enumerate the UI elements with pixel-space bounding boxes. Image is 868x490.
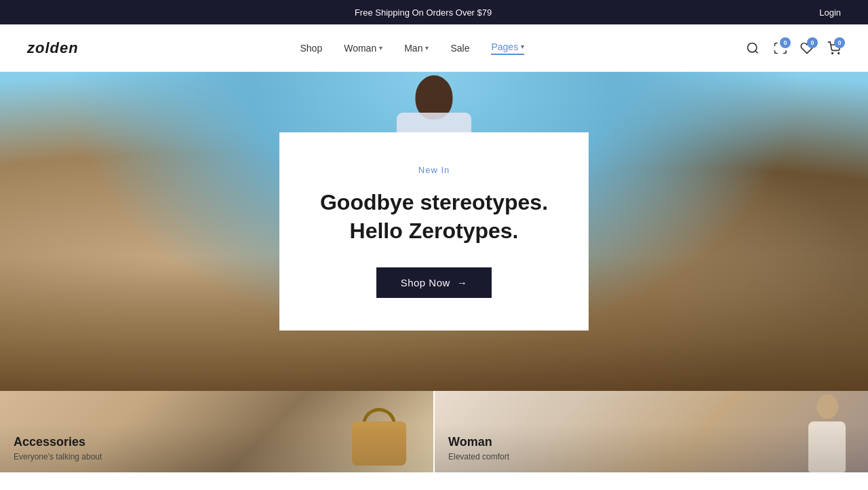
svg-point-2 xyxy=(832,52,833,54)
category-card-accessories[interactable]: Accessories Everyone's talking about xyxy=(0,391,433,472)
woman-head xyxy=(816,394,838,419)
search-icon xyxy=(746,41,760,55)
top-bar: Free Shipping On Orders Over $79 Login xyxy=(0,0,868,24)
main-nav: Shop Woman ▾ Man ▾ Sale Pages ▾ xyxy=(300,41,525,55)
nav-pages[interactable]: Pages ▾ xyxy=(491,41,524,55)
hero-section: New In Goodbye stereotypes. Hello Zeroty… xyxy=(0,72,868,391)
accessories-text: Accessories Everyone's talking about xyxy=(0,424,433,472)
cart-badge: 0 xyxy=(834,37,845,48)
hero-title: Goodbye stereotypes. Hello Zerotypes. xyxy=(320,189,548,245)
compare-button[interactable]: 0 xyxy=(773,41,787,55)
compare-badge: 0 xyxy=(780,37,791,48)
nav-man[interactable]: Man ▾ xyxy=(404,43,429,54)
woman-text: Woman Elevated comfort xyxy=(435,424,868,472)
category-card-woman[interactable]: Woman Elevated comfort xyxy=(435,391,868,472)
search-button[interactable] xyxy=(746,41,760,55)
svg-point-3 xyxy=(838,52,840,54)
site-logo[interactable]: zolden xyxy=(27,39,79,57)
login-link[interactable]: Login xyxy=(819,7,841,18)
nav-shop[interactable]: Shop xyxy=(300,43,323,54)
nav-woman[interactable]: Woman ▾ xyxy=(344,43,382,54)
svg-line-1 xyxy=(755,50,758,53)
woman-title: Woman xyxy=(448,435,854,449)
wishlist-badge: 0 xyxy=(807,37,818,48)
hero-card: New In Goodbye stereotypes. Hello Zeroty… xyxy=(279,132,589,330)
shop-now-button[interactable]: Shop Now → xyxy=(376,267,492,298)
accessories-title: Accessories xyxy=(14,435,420,449)
chevron-down-icon: ▾ xyxy=(379,44,382,52)
wishlist-button[interactable]: 0 xyxy=(800,41,814,55)
chevron-down-icon: ▾ xyxy=(425,44,429,52)
nav-sale[interactable]: Sale xyxy=(450,43,469,54)
site-header: zolden Shop Woman ▾ Man ▾ Sale Pages ▾ xyxy=(0,24,868,72)
arrow-icon: → xyxy=(457,277,468,288)
cart-button[interactable]: 0 xyxy=(827,41,841,55)
accessories-subtitle: Everyone's talking about xyxy=(14,452,420,461)
hero-tag: New In xyxy=(320,165,548,175)
woman-subtitle: Elevated comfort xyxy=(448,452,854,461)
shipping-notice: Free Shipping On Orders Over $79 xyxy=(27,7,819,18)
category-cards: Accessories Everyone's talking about Wom… xyxy=(0,391,868,472)
chevron-down-icon: ▾ xyxy=(521,43,524,50)
svg-point-0 xyxy=(747,43,756,52)
header-icons: 0 0 0 xyxy=(746,41,841,55)
